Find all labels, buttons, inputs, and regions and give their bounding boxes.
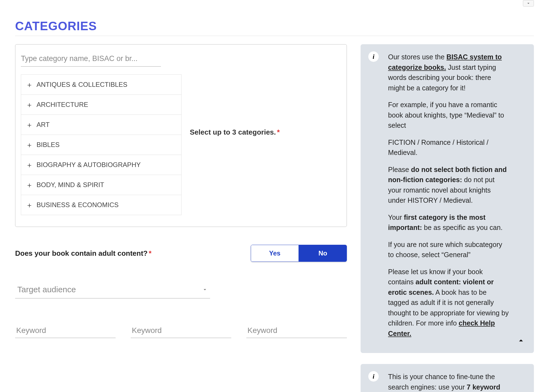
- keyword-input-2[interactable]: [131, 323, 231, 338]
- category-label: BIOGRAPHY & AUTOBIOGRAPHY: [37, 161, 141, 169]
- adult-content-label: Does your book contain adult content?*: [15, 249, 152, 258]
- info-text: This is your chance to fine-tune the sea…: [388, 372, 509, 392]
- info-icon: i: [368, 51, 379, 62]
- category-row[interactable]: ANTIQUES & COLLECTIBLES: [21, 75, 181, 95]
- info-text: Please let us know if your book contains…: [388, 267, 509, 339]
- category-label: ARCHITECTURE: [37, 101, 88, 109]
- panel-expand-button[interactable]: [523, 0, 534, 7]
- section-divider: [15, 36, 534, 36]
- target-audience-placeholder: Target audience: [17, 285, 76, 294]
- category-row[interactable]: BODY, MIND & SPIRIT: [21, 175, 181, 195]
- plus-icon: [27, 162, 32, 168]
- plus-icon: [27, 102, 32, 107]
- plus-icon: [27, 182, 32, 188]
- category-row[interactable]: ARCHITECTURE: [21, 95, 181, 115]
- category-row[interactable]: ART: [21, 115, 181, 135]
- categories-info-card: i Our stores use the BISAC system to cat…: [361, 44, 534, 353]
- section-title: CATEGORIES: [15, 19, 534, 33]
- plus-icon: [27, 122, 32, 127]
- collapse-info-button[interactable]: [516, 336, 526, 345]
- chevron-down-icon: [526, 1, 531, 6]
- info-text: For example, if you have a romantic book…: [388, 100, 509, 131]
- required-asterisk: *: [277, 128, 280, 136]
- target-audience-select[interactable]: Target audience: [15, 281, 210, 299]
- adult-content-toggle: Yes No: [251, 245, 347, 262]
- category-row[interactable]: BIOGRAPHY & AUTOBIOGRAPHY: [21, 155, 181, 175]
- category-label: BIBLES: [37, 141, 60, 149]
- category-label: ART: [37, 121, 50, 129]
- info-text: Your first category is the most importan…: [388, 212, 509, 233]
- category-row[interactable]: BUSINESS & ECONOMICS: [21, 195, 181, 215]
- plus-icon: [27, 82, 32, 87]
- keyword-input-3[interactable]: [246, 323, 347, 338]
- select-up-to-label: Select up to 3 categories.*: [190, 128, 280, 137]
- chevron-down-icon: [202, 287, 208, 293]
- category-label: ANTIQUES & COLLECTIBLES: [37, 81, 127, 88]
- category-label: BUSINESS & ECONOMICS: [37, 201, 119, 209]
- categories-box: ANTIQUES & COLLECTIBLES ARCHITECTURE ART…: [15, 44, 347, 227]
- adult-no-button[interactable]: No: [299, 245, 347, 262]
- category-label: BODY, MIND & SPIRIT: [37, 181, 104, 189]
- keyword-input-1[interactable]: [15, 323, 116, 338]
- adult-yes-button[interactable]: Yes: [251, 245, 299, 262]
- category-list: ANTIQUES & COLLECTIBLES ARCHITECTURE ART…: [21, 74, 182, 215]
- info-text: Please do not select both fiction and no…: [388, 165, 509, 206]
- required-asterisk: *: [149, 249, 151, 257]
- info-text: Our stores use the BISAC system to categ…: [388, 52, 509, 93]
- category-search-input[interactable]: [21, 51, 161, 66]
- plus-icon: [27, 142, 32, 148]
- chevron-up-icon: [516, 336, 526, 345]
- info-icon: i: [368, 371, 379, 382]
- keywords-info-card: i This is your chance to fine-tune the s…: [361, 364, 534, 392]
- plus-icon: [27, 202, 32, 208]
- info-text: FICTION / Romance / Historical / Medieva…: [388, 137, 509, 158]
- category-row[interactable]: BIBLES: [21, 135, 181, 155]
- info-text: If you are not sure which subcategory to…: [388, 240, 509, 260]
